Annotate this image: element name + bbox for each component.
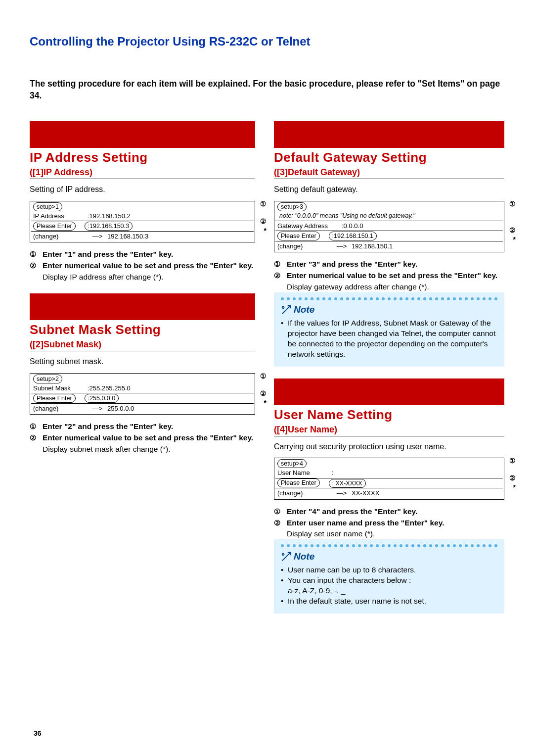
- section-divider: [274, 378, 504, 405]
- section-divider: [30, 293, 255, 320]
- terminal-box: ① ② * setup>3 note: "0.0.0.0" means "Usi…: [274, 201, 504, 252]
- right-column: Default Gateway Setting ([3]Default Gate…: [274, 121, 504, 625]
- note-icon: [281, 551, 292, 562]
- step-list: ①Enter "2" and press the "Enter" key. ②E…: [30, 422, 255, 455]
- terminal-box: ① ② * setup>1 IP Address:192.168.150.2 P…: [30, 201, 255, 243]
- section-title: Default Gateway Setting: [274, 150, 504, 165]
- section-desc: Setting default gateway.: [274, 184, 504, 195]
- step-list: ①Enter "3" and press the "Enter" key. ②E…: [274, 259, 504, 292]
- section-subtitle: ([4]User Name): [274, 425, 504, 435]
- note-icon: [281, 304, 292, 315]
- note-box: Note •If the values for IP Address, Subn…: [274, 292, 504, 367]
- step-list: ①Enter "1" and press the "Enter" key. ②E…: [30, 249, 255, 283]
- left-column: IP Address Setting ([1]IP Address) Setti…: [30, 121, 255, 625]
- section-desc: Setting subnet mask.: [30, 356, 255, 367]
- note-box: Note •User name can be up to 8 character…: [274, 539, 504, 614]
- section-subtitle: ([1]IP Address): [30, 167, 255, 178]
- page-title: Controlling the Projector Using RS-232C …: [30, 35, 504, 48]
- section-title: IP Address Setting: [30, 150, 255, 165]
- note-heading: Note: [281, 304, 497, 315]
- page-number: 36: [34, 729, 42, 737]
- terminal-box: ① ② * setup>4 User Name: Please Enter: X…: [274, 458, 504, 500]
- section-title: User Name Setting: [274, 407, 504, 423]
- section-desc: Carrying out security protection using u…: [274, 441, 504, 452]
- note-heading: Note: [281, 551, 497, 562]
- section-subtitle: ([3]Default Gateway): [274, 167, 504, 178]
- section-subtitle: ([2]Subnet Mask): [30, 339, 255, 350]
- step-list: ①Enter "4" and press the "Enter" key. ②E…: [274, 507, 504, 540]
- terminal-box: ① ② * setup>2 Subnet Mask:255.255.255.0 …: [30, 373, 255, 415]
- intro-text: The setting procedure for each item will…: [30, 78, 504, 101]
- section-divider: [30, 121, 255, 148]
- section-divider: [274, 121, 504, 148]
- section-desc: Setting of IP address.: [30, 184, 255, 195]
- section-title: Subnet Mask Setting: [30, 322, 255, 337]
